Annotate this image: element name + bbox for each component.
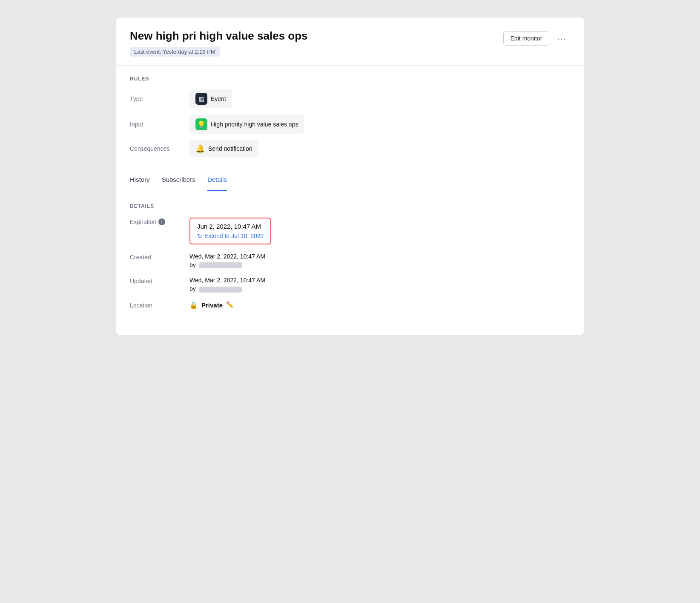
detail-key-location: Location: [130, 301, 189, 309]
extend-link[interactable]: ↻ Extend to Jul 10, 2022: [197, 233, 264, 239]
detail-row-location: Location 🔒 Private ✏️: [130, 301, 570, 309]
edit-location-icon[interactable]: ✏️: [226, 301, 234, 309]
notification-icon: 🔔: [195, 144, 205, 153]
detail-value-updated: Wed, Mar 2, 2022, 10:47 AM by: [189, 277, 265, 292]
detail-row-updated: Updated Wed, Mar 2, 2022, 10:47 AM by: [130, 277, 570, 292]
more-options-button[interactable]: ···: [554, 32, 570, 45]
rule-key-consequences: Consequences: [130, 145, 189, 152]
created-by: by: [189, 261, 265, 268]
tab-history[interactable]: History: [130, 169, 150, 191]
rule-row-type: Type ▦ Event: [130, 89, 570, 108]
tab-details[interactable]: Details: [207, 169, 227, 191]
details-section-label: DETAILS: [130, 203, 570, 209]
details-section: DETAILS Expiration i Jun 2, 2022, 10:47 …: [116, 191, 584, 335]
rule-chip-type-label: Event: [211, 95, 226, 102]
event-icon: ▦: [195, 93, 207, 105]
detail-key-created: Created: [130, 253, 189, 261]
lightbulb-icon: 💡: [195, 118, 207, 130]
detail-value-location: 🔒 Private ✏️: [189, 301, 234, 309]
header-actions: Edit monitor ···: [503, 31, 570, 46]
rule-key-input: Input: [130, 121, 189, 128]
last-event-badge: Last event: Yesterday at 2:16 PM: [130, 47, 220, 57]
rule-key-type: Type: [130, 95, 189, 102]
rule-chip-type: ▦ Event: [189, 89, 232, 108]
created-by-redacted: [199, 262, 242, 268]
tabs-list: History Subscribers Details: [130, 169, 570, 191]
rule-chip-consequences: 🔔 Send notification: [189, 141, 258, 157]
rules-section: RULES Type ▦ Event Input 💡 High priority…: [116, 66, 584, 169]
detail-key-expiration: Expiration i: [130, 218, 189, 225]
rule-chip-consequences-label: Send notification: [208, 145, 252, 152]
expiration-box: Jun 2, 2022, 10:47 AM ↻ Extend to Jul 10…: [189, 218, 271, 244]
detail-value-expiration: Jun 2, 2022, 10:47 AM ↻ Extend to Jul 10…: [189, 218, 271, 244]
rule-row-consequences: Consequences 🔔 Send notification: [130, 141, 570, 157]
lock-icon: 🔒: [189, 301, 198, 309]
main-card: New high pri high value sales ops Last e…: [116, 17, 584, 335]
created-date: Wed, Mar 2, 2022, 10:47 AM: [189, 253, 265, 260]
tabs-section: History Subscribers Details: [116, 169, 584, 191]
rule-chip-input: 💡 High priority high value sales ops: [189, 115, 304, 134]
header-section: New high pri high value sales ops Last e…: [116, 17, 584, 66]
rule-row-input: Input 💡 High priority high value sales o…: [130, 115, 570, 134]
rule-chip-input-label: High priority high value sales ops: [211, 121, 298, 128]
detail-value-created: Wed, Mar 2, 2022, 10:47 AM by: [189, 253, 265, 268]
edit-monitor-button[interactable]: Edit monitor: [503, 31, 550, 46]
refresh-icon: ↻: [197, 233, 202, 239]
expiration-info-icon[interactable]: i: [158, 218, 165, 225]
detail-row-expiration: Expiration i Jun 2, 2022, 10:47 AM ↻ Ext…: [130, 218, 570, 244]
location-label: Private: [201, 302, 223, 309]
updated-by: by: [189, 285, 265, 292]
detail-row-created: Created Wed, Mar 2, 2022, 10:47 AM by: [130, 253, 570, 268]
tab-subscribers[interactable]: Subscribers: [162, 169, 195, 191]
detail-key-updated: Updated: [130, 277, 189, 284]
rules-section-label: RULES: [130, 76, 570, 82]
updated-by-redacted: [199, 287, 242, 293]
updated-date: Wed, Mar 2, 2022, 10:47 AM: [189, 277, 265, 284]
expiration-date: Jun 2, 2022, 10:47 AM: [197, 223, 264, 230]
